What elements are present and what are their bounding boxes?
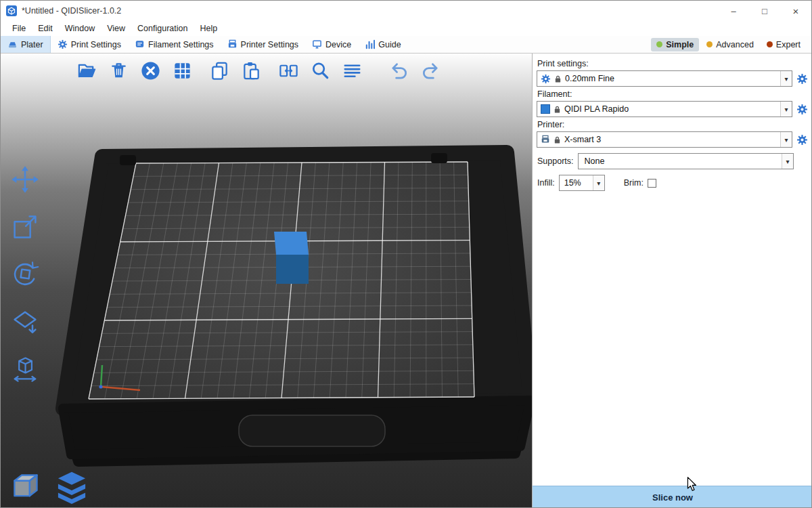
paste-icon [241, 60, 262, 81]
redo-icon [420, 60, 441, 81]
filament-icon [135, 39, 145, 49]
split-button[interactable] [275, 58, 301, 83]
arrange-icon [172, 60, 193, 81]
search-icon [310, 60, 331, 81]
edit-printer-button[interactable] [795, 133, 809, 146]
layers-button[interactable] [339, 58, 365, 83]
tab-plater[interactable]: Plater [1, 36, 51, 53]
measure-icon [10, 354, 40, 384]
brim-checkbox[interactable] [648, 179, 656, 188]
lock-icon [554, 105, 561, 114]
simple-dot-icon [656, 41, 662, 47]
tab-filament-settings[interactable]: Filament Settings [128, 36, 221, 53]
gear-icon [796, 73, 808, 85]
edit-filament-button[interactable] [795, 102, 809, 116]
scale-button[interactable] [7, 209, 43, 245]
viewport-3d[interactable] [1, 54, 532, 508]
printer-icon [227, 39, 238, 49]
gear-icon [796, 134, 808, 146]
preview-view-button[interactable] [52, 467, 91, 506]
tab-label: Guide [378, 40, 401, 49]
chevron-down-icon[interactable]: ▾ [780, 71, 792, 86]
editor-view-button[interactable] [6, 467, 45, 506]
print-settings-value: 0.20mm Fine [565, 74, 777, 83]
mode-label: Expert [776, 40, 800, 49]
gear-icon [58, 39, 68, 49]
close-icon[interactable]: × [780, 1, 811, 21]
tab-label: Printer Settings [241, 40, 298, 49]
infill-label: Infill: [537, 178, 555, 188]
printer-icon [541, 135, 550, 144]
scale-icon [10, 212, 40, 242]
tab-print-settings[interactable]: Print Settings [51, 36, 128, 53]
maximize-icon[interactable]: □ [749, 1, 780, 21]
delete-button[interactable] [106, 58, 131, 83]
guide-icon [365, 39, 375, 49]
copy-button[interactable] [206, 58, 232, 83]
mode-simple[interactable]: Simple [651, 38, 699, 51]
app-window: *Untitled - QIDISlicer-1.0.2 – □ × File … [0, 0, 812, 508]
printer-value: X-smart 3 [564, 135, 777, 144]
paste-button[interactable] [238, 58, 264, 83]
menu-view[interactable]: View [101, 24, 131, 33]
mode-advanced[interactable]: Advanced [701, 38, 759, 51]
menu-window[interactable]: Window [59, 24, 101, 33]
arrange-button[interactable] [169, 58, 195, 83]
printer-combo[interactable]: X-smart 3 ▾ [537, 131, 792, 148]
undo-button[interactable] [386, 58, 411, 83]
chevron-down-icon[interactable]: ▾ [780, 102, 792, 117]
redo-button[interactable] [418, 58, 443, 83]
preview-layers-icon [54, 469, 89, 504]
tab-label: Filament Settings [148, 40, 214, 49]
place-on-face-icon [10, 307, 40, 337]
tab-device[interactable]: Device [305, 36, 358, 53]
menu-edit[interactable]: Edit [32, 24, 59, 33]
chevron-down-icon[interactable]: ▾ [780, 132, 792, 147]
infill-value: 15% [563, 178, 589, 188]
window-title: *Untitled - QIDISlicer-1.0.2 [22, 6, 121, 16]
delete-all-button[interactable] [137, 58, 163, 83]
minimize-icon[interactable]: – [718, 1, 749, 21]
model-cube[interactable] [274, 232, 309, 284]
open-button[interactable] [74, 58, 99, 83]
mode-label: Advanced [716, 40, 754, 49]
tab-label: Device [325, 40, 351, 49]
print-settings-label: Print settings: [537, 59, 808, 68]
tab-printer-settings[interactable]: Printer Settings [221, 36, 305, 53]
advanced-dot-icon [706, 41, 713, 47]
slice-now-button[interactable]: Slice now [533, 486, 812, 508]
brim-label: Brim: [624, 178, 644, 188]
chevron-down-icon[interactable]: ▾ [782, 154, 793, 169]
bed-handle [239, 415, 385, 446]
tab-label: Plater [21, 40, 43, 49]
tabbar: Plater Print Settings Filament Settings … [1, 36, 811, 54]
filament-combo[interactable]: QIDI PLA Rapido ▾ [537, 101, 792, 117]
gear-icon [796, 104, 808, 115]
menubar: File Edit Window View Configuration Help [1, 21, 811, 36]
menu-file[interactable]: File [6, 24, 32, 33]
print-settings-combo[interactable]: 0.20mm Fine ▾ [537, 70, 792, 87]
rotate-button[interactable] [7, 257, 43, 292]
menu-help[interactable]: Help [194, 24, 223, 33]
view-toolbar [6, 467, 91, 506]
gizmo-toolbar [7, 162, 43, 387]
scene-3d[interactable] [1, 54, 532, 508]
bed-clip [431, 153, 447, 163]
device-icon [312, 39, 322, 49]
search-button[interactable] [307, 58, 333, 83]
move-button[interactable] [7, 162, 43, 197]
trash-icon [108, 60, 129, 81]
supports-combo[interactable]: None ▾ [578, 153, 794, 169]
place-on-face-button[interactable] [7, 304, 43, 339]
move-icon [10, 165, 40, 194]
measure-button[interactable] [7, 352, 43, 387]
menu-configuration[interactable]: Configuration [131, 24, 194, 33]
mode-expert[interactable]: Expert [761, 38, 806, 51]
tab-guide[interactable]: Guide [358, 36, 407, 53]
chevron-down-icon[interactable]: ▾ [593, 175, 604, 190]
supports-label: Supports: [537, 156, 574, 166]
infill-combo[interactable]: 15% ▾ [559, 175, 605, 191]
gear-icon [541, 74, 551, 84]
edit-print-settings-button[interactable] [795, 72, 809, 85]
printer-bed [63, 152, 531, 461]
